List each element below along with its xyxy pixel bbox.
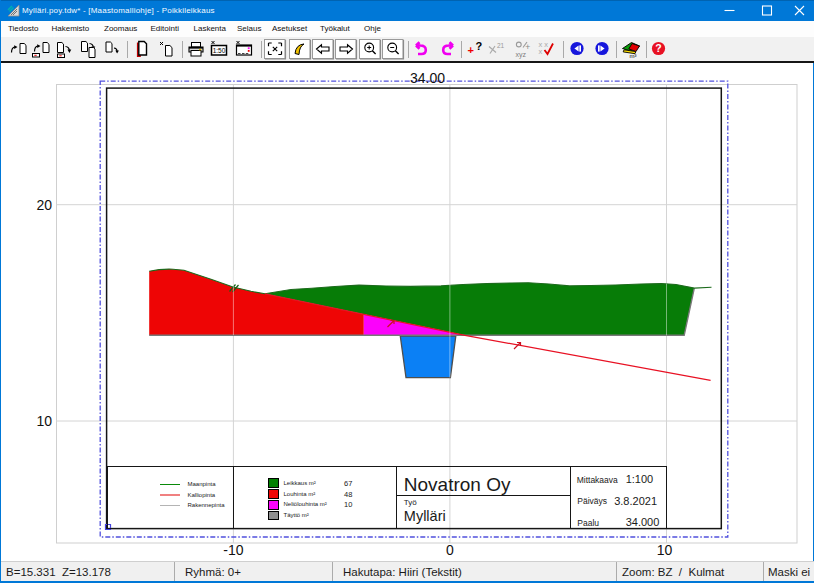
svg-text:?: ?	[655, 42, 661, 54]
svg-text:0: 0	[446, 542, 454, 558]
svg-text:+: +	[467, 44, 473, 56]
svg-text:-10: -10	[223, 542, 243, 558]
svg-text:?: ?	[475, 40, 482, 52]
svg-text:10: 10	[36, 413, 52, 429]
svg-text:xyz: xyz	[516, 51, 527, 59]
svg-text:34.00: 34.00	[410, 70, 445, 86]
svg-text:x: x	[539, 47, 543, 56]
svg-text:10: 10	[657, 542, 673, 558]
svg-text:20: 20	[36, 197, 52, 213]
svg-text:1:50: 1:50	[213, 47, 226, 54]
svg-text:m³: m³	[630, 53, 637, 59]
svg-text:21: 21	[497, 42, 505, 49]
